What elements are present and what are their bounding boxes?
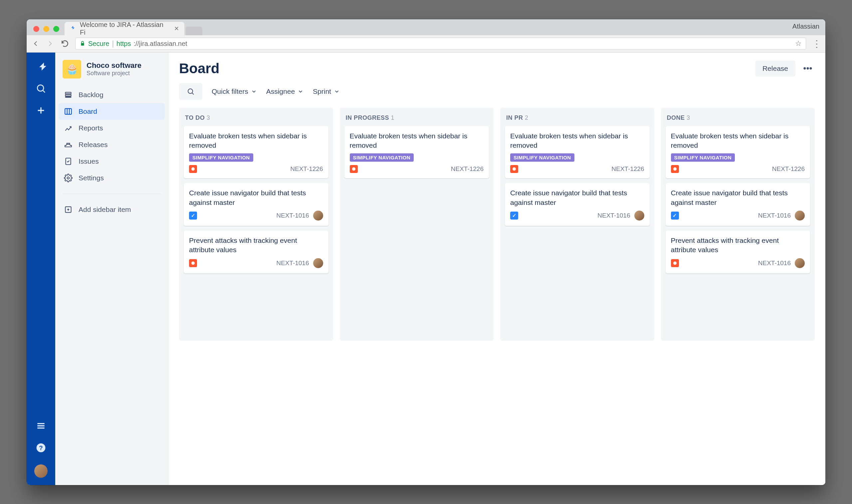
board-column[interactable]: TO DO 3Evaluate broken tests when sideba… — [179, 108, 333, 341]
issue-card[interactable]: Create issue navigator build that tests … — [665, 183, 811, 226]
column-header: TO DO 3 — [185, 114, 327, 122]
project-header[interactable]: 🧁 Choco software Software project — [55, 60, 168, 85]
column-count: 3 — [687, 114, 690, 121]
board-column[interactable]: IN PR 2Evaluate broken tests when sideba… — [500, 108, 654, 341]
issue-card[interactable]: Evaluate broken tests when sidebar is re… — [505, 126, 650, 179]
epic-label[interactable]: SIMPLIFY NAVIGATION — [350, 154, 414, 162]
help-icon[interactable]: ? — [36, 443, 46, 453]
card-title: Create issue navigator build that tests … — [671, 188, 805, 207]
issue-card[interactable]: Evaluate broken tests when sidebar is re… — [184, 126, 329, 179]
bookmark-star-icon[interactable]: ☆ — [795, 39, 802, 48]
kanban-board: TO DO 3Evaluate broken tests when sideba… — [179, 108, 815, 341]
column-count: 3 — [207, 114, 210, 121]
more-actions-button[interactable]: ••• — [801, 61, 815, 75]
card-footer-right: NEXT-1226 — [451, 165, 483, 173]
window-minimize-button[interactable] — [43, 26, 49, 32]
column-name: TO DO — [185, 114, 205, 121]
search-icon[interactable] — [36, 83, 46, 94]
nav-back-icon[interactable] — [31, 39, 40, 48]
card-footer-right: NEXT-1226 — [611, 165, 644, 173]
issue-key: NEXT-1226 — [772, 165, 805, 173]
chevron-down-icon — [334, 89, 340, 94]
tab-close-icon[interactable]: ✕ — [174, 25, 179, 32]
sprint-dropdown[interactable]: Sprint — [313, 88, 340, 95]
tab-title: Welcome to JIRA - Atlassian Fi — [80, 21, 171, 36]
menu-icon[interactable] — [36, 420, 46, 431]
issue-card[interactable]: Create issue navigator build that tests … — [184, 183, 329, 226]
column-name: IN PR — [506, 114, 523, 121]
card-footer: NEXT-1016 — [671, 211, 805, 220]
svg-rect-3 — [65, 92, 71, 93]
new-tab-button[interactable] — [186, 26, 202, 35]
app-body: ? 🧁 Choco software Software project Back… — [26, 53, 826, 485]
page-header: Board Release ••• — [179, 60, 815, 76]
jira-logo-icon[interactable] — [36, 61, 46, 72]
sidebar-item-reports[interactable]: Reports — [58, 120, 165, 137]
board-column[interactable]: IN PROGRESS 1Evaluate broken tests when … — [340, 108, 494, 341]
epic-label[interactable]: SIMPLIFY NAVIGATION — [671, 154, 735, 162]
release-button[interactable]: Release — [755, 60, 795, 76]
sidebar-item-board[interactable]: Board — [58, 103, 165, 120]
create-icon[interactable] — [36, 105, 46, 116]
issues-icon — [64, 157, 73, 166]
assignee-avatar[interactable] — [795, 258, 805, 268]
card-footer-right: NEXT-1226 — [290, 165, 323, 173]
sidebar-item-backlog[interactable]: Backlog — [58, 87, 165, 103]
card-footer: NEXT-1016 — [671, 258, 805, 268]
assignee-dropdown[interactable]: Assignee — [266, 88, 303, 95]
epic-label[interactable]: SIMPLIFY NAVIGATION — [510, 154, 574, 162]
sidebar-add-item[interactable]: Add sidebar item — [58, 201, 165, 218]
browser-profile-label[interactable]: Atlassian — [793, 23, 819, 30]
browser-menu-icon[interactable]: ⋮ — [812, 38, 821, 49]
assignee-avatar[interactable] — [795, 211, 805, 220]
chevron-down-icon — [251, 89, 257, 94]
epic-label[interactable]: SIMPLIFY NAVIGATION — [189, 154, 253, 162]
sidebar-item-releases[interactable]: Releases — [58, 137, 165, 153]
sidebar-nav: Backlog Board Reports Releases Issues — [55, 85, 168, 188]
svg-rect-5 — [65, 96, 71, 97]
issue-card[interactable]: Evaluate broken tests when sidebar is re… — [344, 126, 489, 179]
window-maximize-button[interactable] — [53, 26, 59, 32]
issue-type-task-icon — [671, 212, 679, 219]
issue-type-bug-icon — [189, 259, 197, 267]
column-name: DONE — [667, 114, 685, 121]
sidebar-item-label: Reports — [78, 124, 103, 132]
card-title: Evaluate broken tests when sidebar is re… — [189, 131, 323, 150]
issue-card[interactable]: Prevent attacks with tracking event attr… — [184, 231, 329, 273]
profile-avatar[interactable] — [34, 464, 48, 478]
quick-filters-dropdown[interactable]: Quick filters — [212, 88, 257, 95]
backlog-icon — [64, 90, 73, 99]
browser-tab[interactable]: Welcome to JIRA - Atlassian Fi ✕ — [65, 22, 184, 35]
sprint-label: Sprint — [313, 88, 331, 95]
issue-key: NEXT-1016 — [276, 212, 309, 219]
card-footer: NEXT-1016 — [189, 211, 323, 220]
assignee-avatar[interactable] — [634, 211, 644, 220]
card-title: Evaluate broken tests when sidebar is re… — [671, 131, 805, 150]
nav-forward-icon[interactable] — [46, 39, 55, 48]
svg-point-8 — [67, 177, 70, 179]
column-header: IN PROGRESS 1 — [346, 114, 488, 122]
issue-card[interactable]: Create issue navigator build that tests … — [505, 183, 650, 226]
card-title: Prevent attacks with tracking event attr… — [189, 236, 323, 255]
board-search-button[interactable] — [179, 83, 202, 100]
sidebar-item-settings[interactable]: Settings — [58, 170, 165, 186]
card-footer: NEXT-1016 — [189, 258, 323, 268]
sidebar-item-issues[interactable]: Issues — [58, 153, 165, 170]
project-sidebar: 🧁 Choco software Software project Backlo… — [55, 53, 168, 485]
reload-icon[interactable] — [60, 39, 69, 48]
window-close-button[interactable] — [33, 26, 39, 32]
assignee-avatar[interactable] — [313, 211, 323, 220]
issue-type-bug-icon — [189, 165, 197, 173]
issue-card[interactable]: Prevent attacks with tracking event attr… — [665, 231, 811, 273]
address-bar[interactable]: Secure | https://jira.atlassian.net ☆ — [75, 38, 806, 50]
assignee-avatar[interactable] — [313, 258, 323, 268]
board-icon — [64, 107, 73, 116]
card-footer-left — [189, 165, 197, 173]
sidebar-item-label: Backlog — [78, 91, 104, 99]
issue-card[interactable]: Evaluate broken tests when sidebar is re… — [665, 126, 811, 179]
card-footer-left — [189, 212, 197, 219]
issue-key: NEXT-1226 — [290, 165, 323, 173]
board-column[interactable]: DONE 3Evaluate broken tests when sidebar… — [661, 108, 815, 341]
reports-icon — [64, 124, 73, 132]
sidebar-item-label: Releases — [78, 141, 108, 149]
